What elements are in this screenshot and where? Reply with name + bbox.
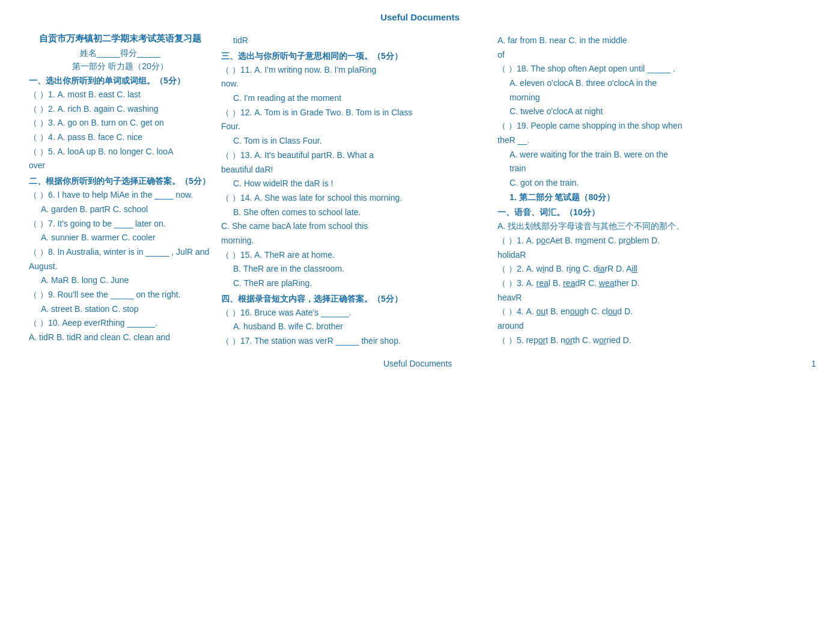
q8c: A. MaR B. long C. June	[29, 274, 212, 287]
qa3-ul-ea: rea	[537, 278, 549, 288]
q8b: August.	[29, 260, 212, 273]
q10a: （ ）10. Aeep everRthing ______.	[29, 317, 212, 330]
qa4-full: （ ）4. A. out B. enough C. cloud D.	[498, 305, 811, 319]
q19d: train	[498, 162, 811, 175]
section4-heading: 四、根据录音短文内容，选择正确答案。（5分）	[221, 294, 488, 305]
q13b: beautiful daR!	[221, 163, 488, 177]
section2-heading: 二、根据你所听到的句子选择正确答案。（5分）	[29, 176, 212, 187]
q18d: C. twelve o'clocA at night	[498, 105, 811, 118]
qa1-underline-o3: o	[626, 236, 631, 245]
q18c: morning	[498, 91, 811, 105]
qa2-ul-i: i	[543, 264, 544, 273]
q17-cont: A. far from B. near C. in the middle	[498, 34, 811, 47]
page-number: 1	[811, 359, 816, 368]
qa4-ul-ou3: ou	[608, 306, 618, 316]
qa2-ul-ia: ia	[598, 264, 604, 273]
q7b: A. sunnier B. warmer C. cooler	[29, 231, 212, 245]
q6b: A. garden B. partR C. school	[29, 203, 212, 216]
q19c: A. were waiting for the train B. were on…	[498, 148, 811, 162]
middle-column: tidR 三、选出与你所听句子意思相同的一项。（5分） （ ）11. A. I'…	[216, 33, 493, 349]
qa4-around: around	[498, 320, 811, 333]
school-title: 自贡市万寿镇初二学期末考试英语复习题	[29, 33, 212, 44]
q16a: （ ）16. Bruce was Aate's ______.	[221, 306, 488, 320]
q12a: （ ）12. A. Tom is in Grade Two. B. Tom is…	[221, 106, 488, 120]
q11a: （ ）11. A. I'm writing now. B. I'm plaRin…	[221, 64, 488, 77]
q14c-start: C. She came bacA late from school this	[221, 220, 488, 233]
q14c-end: morning.	[221, 234, 488, 248]
q18b: A. eleven o'clocA B. three o'clocA in th…	[498, 77, 811, 90]
q17a: （ ）17. The station was verR _____ their …	[221, 335, 488, 348]
q14a: （ ）14. A. She was late for school this m…	[221, 192, 488, 205]
q3: （ ）3. A. go on B. turn on C. get on	[29, 117, 212, 130]
qa3-ul-ea3: wea	[599, 278, 615, 288]
q10c: tidR	[221, 34, 488, 47]
qa3-full: （ ）3. A. real B. readR C. weather D.	[498, 277, 811, 290]
q5a: （ ）5. A. looA up B. no longer C. looA	[29, 145, 212, 159]
qa1-underline-o: o	[541, 236, 546, 245]
q13a: （ ）13. A. It's beautiful partR. B. What …	[221, 149, 488, 162]
section1-heading: 一、选出你所听到的单词或词组。（5分）	[29, 76, 212, 87]
q19b: theR __.	[498, 134, 811, 147]
name-line: 姓名_____得分_____	[29, 48, 212, 59]
part2-title: 1. 第二部分 笔试题（80分）	[498, 191, 811, 204]
right-column: A. far from B. near C. in the middle of …	[493, 33, 816, 349]
phon-section: 一、语音、词汇。（10分）	[498, 207, 811, 218]
qa1-full: （ ）1. A. pocAet B. moment C. problem D.	[498, 234, 811, 248]
qa4-ul-ou: ou	[537, 306, 546, 316]
q19e: C. got on the train.	[498, 177, 811, 190]
q4: （ ）4. A. pass B. face C. nice	[29, 131, 212, 144]
q10b: A. tidR B. tidR and clean C. clean and	[29, 331, 212, 344]
q15c: C. TheR are plaRing.	[221, 277, 488, 290]
q9b: A. street B. station C. stop	[29, 303, 212, 316]
q13c: C. How widelR the daR is !	[221, 177, 488, 191]
qa1-underline-o2: o	[582, 236, 587, 245]
q5b: over	[29, 159, 212, 172]
q19a: （ ）19. People came shopping in the shop …	[498, 120, 811, 133]
q6a: （ ）6. I have to help MiAe in the ____ no…	[29, 189, 212, 202]
q15a: （ ）15. A. TheR are at home.	[221, 249, 488, 262]
q15b: B. TheR are in the classroom.	[221, 263, 488, 276]
q1: （ ）1. A. most B. east C. last	[29, 88, 212, 102]
page-header: Useful Documents	[24, 12, 816, 22]
subsec-a: A. 找出划线部分字母读音与其他三个不同的那个。	[498, 220, 811, 233]
q11c: C. I'm reading at the moment	[221, 92, 488, 105]
page-footer: Useful Documents	[24, 359, 811, 368]
qa5-ul-or3: or	[599, 335, 606, 345]
q9a: （ ）9. Rou'll see the _____ on the right.	[29, 288, 212, 302]
qa1-holiday: holidaR	[498, 249, 811, 262]
qa2-ul-ill: ill	[632, 264, 637, 273]
qa3-ul-ea2: rea	[563, 278, 575, 288]
q8a: （ ）8. In Australia, winter is in _____ ,…	[29, 246, 212, 259]
q7a: （ ）7. It's going to be ____ later on.	[29, 218, 212, 231]
qa2-ul-i2: i	[569, 264, 571, 273]
qa5-ul-or: or	[538, 335, 546, 345]
part1-title: 第一部分 听力题（20分）	[29, 61, 212, 72]
q11b: now.	[221, 78, 488, 91]
q16b: A. husband B. wife C. brother	[221, 320, 488, 334]
q12c: C. Tom is in Class Four.	[221, 135, 488, 148]
qa5-ul-or2: or	[565, 335, 573, 345]
qa5-full: （ ）5. report B. north C. worried D.	[498, 334, 811, 347]
qa3-heavR: heavR	[498, 291, 811, 305]
q14b: B. She often comes to school late.	[221, 206, 488, 219]
qa4-ul-ou2: ou	[570, 306, 580, 316]
q12b: Four.	[221, 120, 488, 133]
qa2-full: （ ）2. A. wind B. ring C. diarR D. Aill	[498, 263, 811, 276]
q18a: （ ）18. The shop often Aept open until __…	[498, 63, 811, 76]
footer-row: Useful Documents 1	[24, 359, 816, 368]
section3-heading: 三、选出与你所听句子意思相同的一项。（5分）	[221, 51, 488, 62]
q17-of: of	[498, 49, 811, 62]
q2: （ ）2. A. rich B. again C. washing	[29, 103, 212, 116]
left-column: 自贡市万寿镇初二学期末考试英语复习题 姓名_____得分_____ 第一部分 听…	[24, 33, 216, 349]
